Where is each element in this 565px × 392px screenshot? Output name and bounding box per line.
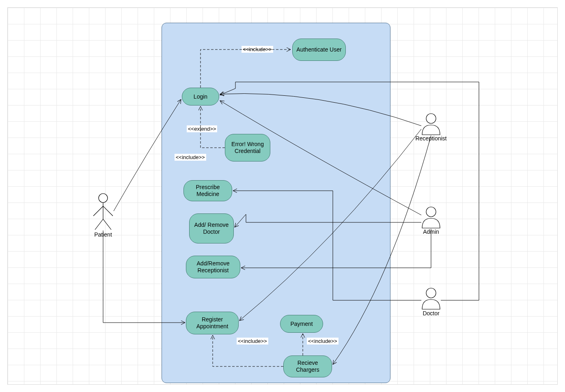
usecase-register-appt-label: Register Appointment [190,316,235,330]
usecase-receive-label: Recieve Chargers [287,360,328,373]
stereo-extend-error: <<extend>> [187,125,217,132]
stereo-include-register: <<include>> [237,338,268,345]
usecase-add-receptionist: Add/Remove Receptionist [186,256,240,278]
usecase-error: Error! Wrong Credential [225,134,270,162]
stereo-include-auth: <<include>> [242,46,273,53]
usecase-authenticate: Authenticate User [292,39,346,61]
usecase-add-doctor-label: Add/ Remove Doctor [193,222,230,235]
actor-patient-label: Patient [79,231,127,238]
actor-doctor-label: Doctor [407,310,455,317]
usecase-register-appt: Register Appointment [186,312,239,334]
usecase-payment-label: Payment [290,321,313,327]
usecase-prescribe: Prescribe Medicine [183,180,232,201]
usecase-authenticate-label: Authenticate User [296,46,341,53]
actor-admin-label: Admin [407,228,455,235]
stereo-include-error: <<include>> [175,154,206,161]
usecase-prescribe-label: Prescribe Medicine [187,184,229,198]
usecase-error-label: Error! Wrong Credential [229,141,267,155]
usecase-login: Login [182,88,219,106]
actor-receptionist-label: Receptionist [407,135,455,142]
usecase-login-label: Login [194,93,207,100]
usecase-add-receptionist-label: Add/Remove Receptionist [190,260,237,274]
usecase-add-doctor: Add/ Remove Doctor [189,213,234,243]
usecase-payment: Payment [280,315,323,333]
usecase-receive: Recieve Chargers [283,355,332,377]
stereo-include-payment: <<include>> [307,338,339,345]
